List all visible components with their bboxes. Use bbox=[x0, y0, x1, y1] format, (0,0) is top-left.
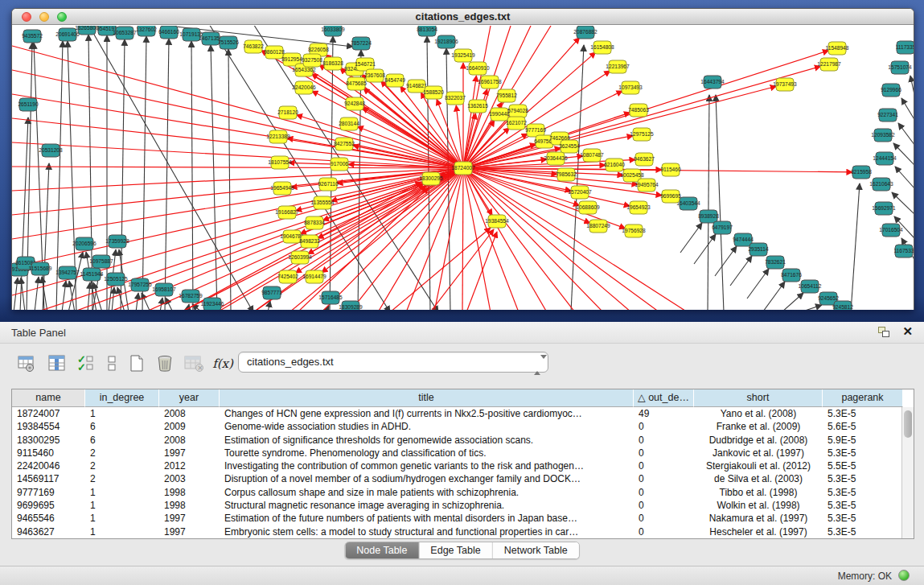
graph-node[interactable]: 9857771 bbox=[261, 286, 282, 299]
graph-node[interactable]: 8498232 bbox=[299, 235, 320, 248]
graph-node[interactable]: 17016504 bbox=[879, 224, 903, 237]
graph-node[interactable]: 917006 bbox=[331, 158, 348, 171]
graph-node[interactable]: 10975887 bbox=[89, 255, 113, 268]
graph-node[interactable]: 16403544 bbox=[676, 197, 700, 210]
graph-node[interactable]: 10807487 bbox=[580, 149, 604, 162]
graph-node[interactable]: 12603994 bbox=[288, 251, 312, 264]
graph-node[interactable]: 20206596 bbox=[72, 237, 97, 250]
graph-node[interactable]: 9115460 bbox=[660, 163, 681, 176]
graph-node[interactable]: 1167533 bbox=[893, 245, 914, 257]
graph-node[interactable]: 18309289 bbox=[339, 301, 363, 310]
graph-node[interactable]: 19654923 bbox=[626, 201, 651, 214]
column-header-name[interactable]: name bbox=[12, 389, 85, 407]
graph-node[interactable]: 15716485 bbox=[318, 291, 343, 304]
graph-node[interactable]: 12213389 bbox=[266, 130, 290, 143]
graph-node[interactable]: 10654112 bbox=[799, 280, 822, 293]
tab-network-table[interactable]: Network Table bbox=[493, 542, 579, 559]
table-row[interactable]: 1872400712008Changes of HCN gene express… bbox=[12, 407, 914, 420]
graph-node[interactable]: 7985632 bbox=[556, 168, 577, 181]
graph-node[interactable]: 2651190 bbox=[18, 98, 39, 111]
graph-node-hub[interactable]: 18724007 bbox=[451, 162, 475, 175]
column-header-short[interactable]: short bbox=[694, 389, 823, 407]
graph-node[interactable]: 16033809 bbox=[321, 26, 345, 36]
graph-node[interactable]: 18807249 bbox=[586, 220, 610, 233]
graph-node[interactable]: 7857224 bbox=[351, 37, 372, 50]
table-row[interactable]: 1830029562008Estimation of significance … bbox=[12, 434, 914, 447]
graph-node[interactable]: 18107554 bbox=[268, 156, 292, 169]
graph-node[interactable]: 8813054 bbox=[417, 26, 437, 36]
graph-node[interactable]: 8878334 bbox=[304, 216, 325, 229]
graph-node[interactable]: 2803144 bbox=[339, 117, 359, 130]
graph-node[interactable]: 13942757 bbox=[55, 266, 80, 279]
graph-node[interactable]: 8215958 bbox=[851, 166, 872, 179]
graph-node[interactable]: 10973493 bbox=[618, 81, 643, 94]
graph-node[interactable]: 19756928 bbox=[622, 225, 646, 237]
network-window[interactable]: citations_edges.txt 94355722069140618265… bbox=[11, 8, 914, 310]
select-rows-icon[interactable]: ✓✓ bbox=[74, 351, 98, 377]
graph-node[interactable]: 8475685 bbox=[346, 77, 367, 90]
network-canvas[interactable]: 9435572206914061826580095451911065328713… bbox=[12, 26, 914, 310]
column-header-out_de[interactable]: △ out_de… bbox=[634, 389, 694, 407]
graph-node[interactable]: 9242848 bbox=[344, 97, 365, 110]
graph-node[interactable]: 19737493 bbox=[773, 78, 797, 91]
graph-node[interactable]: 12217987 bbox=[817, 58, 841, 71]
graph-node[interactable]: 9245812 bbox=[832, 301, 853, 310]
table-row[interactable]: 977716911998Corpus callosum shape and si… bbox=[12, 486, 914, 499]
close-panel-icon[interactable]: ✕ bbox=[902, 324, 913, 339]
graph-node[interactable]: 1588520 bbox=[423, 86, 444, 99]
table-row[interactable]: 946362711997Embryonic stem cells: a mode… bbox=[12, 525, 914, 538]
graph-node[interactable]: 18265800 bbox=[75, 26, 99, 35]
graph-node[interactable]: 17359928 bbox=[105, 235, 129, 248]
graph-node[interactable]: 16210643 bbox=[869, 178, 893, 191]
graph-node[interactable]: 19325419 bbox=[451, 49, 475, 62]
table-row[interactable]: 946554611997Estimation of the future num… bbox=[12, 512, 914, 525]
graph-node[interactable]: 7425402 bbox=[277, 270, 298, 283]
graph-node[interactable]: 9463627 bbox=[634, 153, 655, 166]
graph-node[interactable]: 9327508 bbox=[302, 54, 322, 67]
graph-node[interactable]: 19218906 bbox=[434, 35, 458, 48]
graph-node[interactable]: 17957255 bbox=[128, 278, 152, 291]
float-panel-icon[interactable] bbox=[878, 327, 890, 338]
column-header-title[interactable]: title bbox=[220, 389, 634, 407]
graph-node[interactable]: 8186328 bbox=[322, 57, 343, 70]
graph-node[interactable]: 19384554 bbox=[485, 215, 509, 228]
graph-node[interactable]: 1117335 bbox=[896, 41, 914, 54]
graph-node[interactable]: 20364436 bbox=[544, 152, 568, 165]
column-header-year[interactable]: year bbox=[159, 389, 220, 407]
graph-node[interactable]: 16914479 bbox=[302, 270, 326, 283]
graph-node[interactable]: 6216040 bbox=[604, 159, 625, 171]
graph-node[interactable]: 12975125 bbox=[630, 128, 654, 141]
merge-rows-icon[interactable] bbox=[100, 351, 124, 377]
table-row[interactable]: 1938455462009Genome-wide association stu… bbox=[12, 420, 914, 433]
graph-node[interactable]: 9227341 bbox=[877, 109, 898, 122]
column-header-in_degree[interactable]: in_degree bbox=[85, 389, 159, 407]
graph-node[interactable]: 6479197 bbox=[712, 221, 733, 234]
graph-node[interactable]: 2367608 bbox=[364, 69, 385, 82]
graph-node[interactable]: 7515526 bbox=[218, 36, 239, 49]
graph-node[interactable]: 22420046 bbox=[292, 81, 316, 94]
graph-node[interactable]: 8454749 bbox=[384, 74, 405, 87]
graph-node[interactable]: 15692971 bbox=[872, 202, 896, 215]
graph-node[interactable]: 12505125 bbox=[104, 273, 128, 286]
table-scrollbar[interactable] bbox=[901, 407, 914, 538]
graph-node[interactable]: 19654948 bbox=[270, 182, 294, 195]
graph-node[interactable]: 16961758 bbox=[478, 76, 502, 89]
graph-node[interactable]: 20531208 bbox=[39, 144, 63, 157]
graph-node[interactable]: 11355554 bbox=[311, 196, 335, 209]
graph-node[interactable]: 1327602 bbox=[136, 26, 157, 36]
graph-node[interactable]: 16154808 bbox=[590, 41, 614, 54]
graph-node[interactable]: 16782759 bbox=[179, 290, 203, 303]
graph-node[interactable]: 12444154 bbox=[873, 152, 897, 165]
graph-node[interactable]: 8322037 bbox=[445, 92, 466, 105]
graph-node[interactable]: 15720407 bbox=[568, 186, 592, 199]
graph-node[interactable]: 12213967 bbox=[606, 60, 630, 73]
tab-node-table[interactable]: Node Table bbox=[345, 542, 419, 559]
graph-node[interactable]: 6466160 bbox=[158, 26, 179, 39]
graph-node[interactable]: 2718120 bbox=[277, 106, 298, 119]
graph-node[interactable]: 7463822 bbox=[243, 40, 264, 53]
graph-node[interactable]: 7832621 bbox=[765, 256, 786, 269]
table-scrollbar-thumb[interactable] bbox=[904, 410, 912, 438]
network-window-titlebar[interactable]: citations_edges.txt bbox=[12, 9, 914, 25]
graph-node[interactable]: 12093582 bbox=[871, 129, 895, 142]
graph-node[interactable]: 7955812 bbox=[496, 89, 517, 102]
